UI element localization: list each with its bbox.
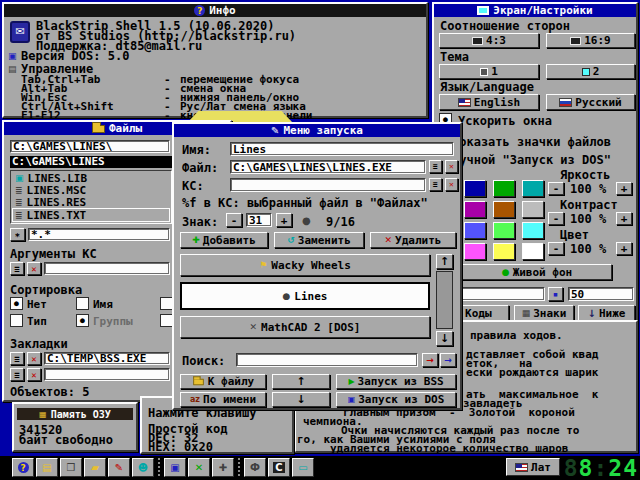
filter-input[interactable] — [28, 228, 170, 241]
args-input[interactable] — [44, 262, 170, 275]
live-background-button[interactable]: ● Живой фон — [462, 264, 612, 280]
brightness-minus-button[interactable]: - — [548, 182, 564, 195]
list-scroll-down-button[interactable]: ↓ — [436, 331, 453, 346]
bookmark1-menu-button[interactable]: ≡ — [10, 352, 24, 365]
file-input[interactable] — [230, 160, 426, 174]
theme-2-button[interactable]: 2 — [546, 64, 635, 79]
taskbar-help-button[interactable]: ? — [12, 458, 34, 477]
taskbar-user-button[interactable]: ☻ — [132, 458, 154, 477]
search-next-button[interactable]: → — [422, 353, 438, 367]
info-titlebar[interactable]: ? Инфо — [4, 4, 426, 17]
theme-1-button[interactable]: 1 — [439, 64, 539, 79]
run-from-bss-button[interactable]: ▶ Запуск из BSS — [336, 374, 456, 389]
replace-button[interactable]: ↺ Заменить — [274, 232, 364, 248]
sign-plus-button[interactable]: + — [276, 213, 292, 227]
contrast-minus-button[interactable]: - — [548, 212, 564, 225]
taskbar-display-button[interactable]: ▣ — [164, 458, 186, 477]
list-scrollbar-track[interactable] — [436, 271, 453, 329]
aspect-169-button[interactable]: 16:9 — [546, 33, 635, 48]
taskbar-resize-button[interactable]: ✕ — [188, 458, 210, 477]
search-input[interactable] — [236, 353, 418, 367]
sign-minus-button[interactable]: - — [226, 213, 242, 227]
filter-button[interactable]: ∗ — [10, 228, 25, 241]
palette-swatch[interactable] — [464, 243, 486, 260]
bookmark2-clear-button[interactable]: ✕ — [27, 368, 41, 381]
taskbar-power-button[interactable]: Ф — [244, 458, 266, 477]
palette-swatch[interactable] — [522, 180, 544, 197]
path-input[interactable] — [10, 140, 170, 153]
taskbar-window-button[interactable]: ❒ — [60, 458, 82, 477]
file-row-selected[interactable]: ≣ LINES.TXT — [13, 209, 169, 221]
args-menu-button[interactable]: ≡ — [10, 262, 24, 275]
theme-1-label: 1 — [491, 65, 498, 78]
language-english-button[interactable]: English — [439, 94, 539, 110]
file-row[interactable]: ▣ LINES.LIB — [13, 172, 169, 184]
name-input[interactable] — [230, 142, 454, 156]
memory-titlebar[interactable]: ▦ Память ОЗУ — [17, 408, 133, 420]
palette-swatch[interactable] — [522, 222, 544, 239]
file-clear-button[interactable]: ✕ — [445, 160, 458, 173]
ks-input[interactable] — [230, 178, 426, 192]
settings-titlebar[interactable]: Экран/Настройки — [434, 4, 636, 17]
bookmark2-menu-button[interactable]: ≡ — [10, 368, 24, 381]
palette-swatch[interactable] — [522, 243, 544, 260]
delete-button[interactable]: ✕ Удалить — [370, 232, 456, 248]
brightness-plus-button[interactable]: + — [616, 182, 632, 195]
to-file-button[interactable]: К файлу — [180, 374, 266, 389]
menu-item-wacky-wheels[interactable]: ⚑ Wacky Wheels — [180, 254, 430, 276]
file-menu-button[interactable]: ≡ — [429, 160, 442, 173]
list-scroll-up-button[interactable]: ↑ — [436, 254, 453, 269]
palette-swatch[interactable] — [464, 180, 486, 197]
taskbar-files-button[interactable]: ▰ — [84, 458, 106, 477]
sign-input[interactable] — [246, 213, 272, 227]
palette-swatch[interactable] — [493, 201, 515, 218]
taskbar-move-button[interactable]: ✚ — [212, 458, 234, 477]
sort-type-checkbox[interactable] — [10, 314, 23, 327]
taskbar-memory-button[interactable]: ▤ — [36, 458, 58, 477]
ks-menu-button[interactable]: ≡ — [429, 178, 442, 191]
run-from-dos-button[interactable]: ▣ Запуск из DOS — [336, 392, 456, 407]
sort-name-checkbox[interactable] — [76, 297, 89, 310]
bookmark1-clear-button[interactable]: ✕ — [27, 352, 41, 365]
language-russian-button[interactable]: Русский — [546, 94, 635, 110]
number-input[interactable] — [568, 287, 634, 301]
bookmark1-input[interactable] — [44, 352, 170, 365]
launch-menu-titlebar[interactable]: ✎ Меню запуска — [174, 124, 460, 137]
aspect-43-button[interactable]: 4:3 — [439, 33, 539, 48]
taskbar-monitor-button[interactable]: ▭ — [292, 458, 314, 477]
bookmarks-heading: Закладки — [10, 339, 68, 349]
palette-swatch[interactable] — [493, 243, 515, 260]
file-row[interactable]: ≣ LINES.MSC — [13, 184, 169, 196]
add-button[interactable]: ✚ Добавить — [180, 232, 268, 248]
palette-swatch[interactable] — [464, 201, 486, 218]
contrast-plus-button[interactable]: + — [616, 212, 632, 225]
taskbar-brush-button[interactable]: ✎ — [108, 458, 130, 477]
taskbar-dos-button[interactable]: C — [268, 458, 290, 477]
sort-groups-checkbox[interactable]: ● — [76, 314, 89, 327]
scroll-up-button[interactable]: ↑ — [272, 374, 330, 389]
aspect-heading: Соотношение сторон — [440, 21, 570, 31]
signs-button[interactable]: ▦ Знаки — [514, 305, 574, 321]
by-name-button[interactable]: аz По имени — [180, 392, 266, 407]
menu-item-lines-selected[interactable]: ● Lines — [180, 282, 430, 310]
bookmark2-input[interactable] — [44, 368, 170, 381]
menu-item-mathcad[interactable]: ✕ MathCAD 2 [DOS] — [180, 316, 430, 338]
scroll-down-button[interactable]: ↓ — [272, 392, 330, 407]
color-plus-button[interactable]: + — [616, 242, 632, 255]
search-prev-button[interactable]: → — [440, 353, 456, 367]
layout-lat-button[interactable]: Лат — [506, 458, 560, 476]
sort-none-checkbox[interactable]: ● — [10, 297, 23, 310]
file-list[interactable]: ▣ LINES.LIB ≣ LINES.MSC ≣ LINES.RES ≣ LI… — [10, 170, 172, 224]
palette-swatch[interactable] — [522, 201, 544, 218]
down-arrow-icon: ↓ — [588, 308, 596, 319]
args-clear-button[interactable]: ✕ — [27, 262, 41, 275]
color-minus-button[interactable]: - — [548, 242, 564, 255]
palette-swatch[interactable] — [493, 180, 515, 197]
ks-clear-button[interactable]: ✕ — [445, 178, 458, 191]
palette-swatch[interactable] — [493, 222, 515, 239]
palette-swatch[interactable] — [464, 222, 486, 239]
lower-button[interactable]: ↓ Ниже — [578, 305, 635, 321]
blue-square-button[interactable]: ▪ — [548, 287, 563, 301]
taskbar-separator — [238, 458, 240, 477]
file-row[interactable]: ≣ LINES.RES — [13, 196, 169, 208]
